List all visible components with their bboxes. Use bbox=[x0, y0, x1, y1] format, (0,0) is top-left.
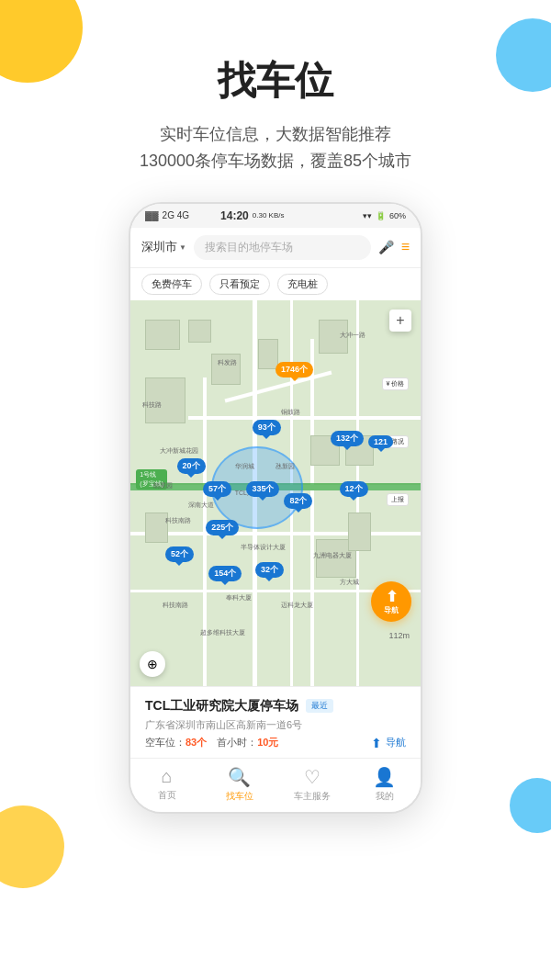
nav-btn-icon: ⬆ bbox=[371, 736, 382, 750]
tab-profile-label: 我的 bbox=[376, 790, 394, 803]
tab-parking[interactable]: 🔍 找车位 bbox=[203, 766, 276, 803]
mic-icon[interactable]: 🎤 bbox=[378, 240, 394, 254]
tab-bar: ⌂ 首页 🔍 找车位 ♡ 车主服务 👤 我的 bbox=[130, 758, 421, 812]
filter-charging[interactable]: 充电桩 bbox=[277, 274, 328, 295]
speed: 0.30 KB/s bbox=[253, 211, 285, 220]
map-label-11: 科技南路 bbox=[165, 516, 191, 525]
pin-335[interactable]: 335个 bbox=[246, 481, 279, 497]
pin-12[interactable]: 12个 bbox=[340, 481, 368, 497]
pin-82[interactable]: 82个 bbox=[284, 493, 312, 509]
map-label-7: 华润城 bbox=[235, 462, 254, 471]
status-left: ▓▓ 2G 4G 14:20 0.30 KB/s bbox=[145, 209, 284, 222]
distance-badge: 112m bbox=[388, 631, 410, 640]
battery-level: 60% bbox=[389, 211, 406, 220]
page-title: 找车位 bbox=[18, 55, 533, 107]
tab-home[interactable]: ⌂ 首页 bbox=[130, 766, 203, 803]
signal-icon: ▓▓ bbox=[145, 210, 159, 220]
map-label-17: 方大城 bbox=[340, 578, 359, 587]
city-selector[interactable]: 深圳市 ▼ bbox=[141, 239, 186, 255]
pin-bubble-121: 121 bbox=[368, 435, 393, 448]
map-label-16: 超多维科技大厦 bbox=[200, 628, 245, 637]
pin-bubble-82: 82个 bbox=[284, 493, 312, 509]
tab-profile[interactable]: 👤 我的 bbox=[348, 766, 421, 803]
parking-card: TCL工业研究院大厦停车场 最近 广东省深圳市南山区高新南一道6号 空车位：83… bbox=[130, 686, 421, 758]
map-label-12: 半导体设计大厦 bbox=[241, 543, 286, 552]
map-label-6: 朗景园 bbox=[153, 481, 173, 490]
road-h3 bbox=[130, 532, 421, 535]
status-bar: ▓▓ 2G 4G 14:20 0.30 KB/s ▾▾ 🔋 60% bbox=[130, 204, 421, 228]
parking-stats: 空车位：83个 首小时：10元 bbox=[145, 736, 279, 749]
phone-mockup: ▓▓ 2G 4G 14:20 0.30 KB/s ▾▾ 🔋 60% 深圳市 ▼ … bbox=[129, 202, 422, 814]
phone-wrapper: ▓▓ 2G 4G 14:20 0.30 KB/s ▾▾ 🔋 60% 深圳市 ▼ … bbox=[0, 193, 551, 814]
map-label-9: 氹新园 bbox=[276, 462, 295, 471]
search-input[interactable]: 搜索目的地停车场 bbox=[194, 235, 371, 260]
pin-121[interactable]: 121 bbox=[368, 435, 393, 448]
zoom-plus-button[interactable]: + bbox=[389, 310, 411, 332]
status-time: 14:20 bbox=[220, 209, 249, 222]
tab-home-icon: ⌂ bbox=[161, 766, 172, 787]
pin-bubble-20: 20个 bbox=[177, 458, 206, 474]
parking-name-row: TCL工业研究院大厦停车场 最近 bbox=[145, 698, 406, 715]
map-label-5: 大冲新城花园 bbox=[160, 446, 198, 456]
pin-1746[interactable]: 1746个 bbox=[276, 362, 313, 377]
nav-fab-label: 导航 bbox=[384, 605, 399, 615]
road-vertical-2 bbox=[310, 339, 314, 686]
tab-parking-label: 找车位 bbox=[226, 790, 253, 803]
wifi-icon: ▾▾ bbox=[363, 211, 372, 220]
pin-bubble-132: 132个 bbox=[331, 431, 364, 446]
parking-address: 广东省深圳市南山区高新南一道6号 bbox=[145, 718, 406, 732]
building-1 bbox=[145, 320, 180, 351]
map-area[interactable]: 1号线 (罗宝线) 大冲一路 科技路 科发路 铜鼓路 大冲新城花园 朗景园 华润… bbox=[130, 300, 421, 686]
tab-service-label: 车主服务 bbox=[294, 790, 331, 803]
parking-details: 空车位：83个 首小时：10元 ⬆ 导航 bbox=[145, 736, 406, 750]
pin-bubble-154: 154个 bbox=[208, 566, 242, 581]
nearest-badge: 最近 bbox=[306, 699, 333, 713]
search-bar: 深圳市 ▼ 搜索目的地停车场 🎤 ≡ bbox=[130, 228, 421, 268]
pin-52[interactable]: 52个 bbox=[165, 546, 194, 562]
tab-home-label: 首页 bbox=[158, 789, 176, 802]
pin-154[interactable]: 154个 bbox=[208, 566, 242, 581]
parking-name: TCL工业研究院大厦停车场 bbox=[145, 698, 298, 715]
filter-bar: 免费停车 只看预定 充电桩 bbox=[130, 268, 421, 300]
map-label-8: 深南大道 bbox=[188, 501, 214, 510]
pin-bubble-93: 93个 bbox=[253, 420, 281, 435]
map-label-2: 科技路 bbox=[142, 400, 162, 410]
pin-57[interactable]: 57个 bbox=[203, 481, 231, 497]
header-section: 找车位 实时车位信息，大数据智能推荐 130000条停车场数据，覆盖85个城市 bbox=[0, 0, 551, 193]
tab-parking-icon: 🔍 bbox=[228, 766, 251, 788]
pin-bubble-335: 335个 bbox=[246, 481, 279, 497]
price-tag[interactable]: ¥ 价格 bbox=[382, 377, 410, 390]
map-label-13: 九洲电器大厦 bbox=[313, 551, 352, 560]
battery-icon: 🔋 bbox=[376, 211, 386, 220]
nav-fab-button[interactable]: ⬆ 导航 bbox=[371, 581, 411, 622]
pin-225[interactable]: 225个 bbox=[206, 520, 239, 535]
map-label-15: 迈科龙大厦 bbox=[281, 601, 313, 610]
map-label-4: 铜鼓路 bbox=[281, 408, 300, 417]
network-type: 2G 4G bbox=[163, 210, 189, 220]
pin-bubble-57: 57个 bbox=[203, 481, 231, 497]
tab-service[interactable]: ♡ 车主服务 bbox=[276, 766, 348, 803]
location-button[interactable]: ⊕ bbox=[140, 651, 165, 677]
pin-32[interactable]: 32个 bbox=[255, 562, 284, 578]
pin-132[interactable]: 132个 bbox=[331, 431, 364, 446]
city-arrow-icon: ▼ bbox=[179, 243, 186, 252]
filter-free-parking[interactable]: 免费停车 bbox=[141, 274, 202, 295]
map-label-3: 科发路 bbox=[218, 358, 237, 367]
pin-bubble-12: 12个 bbox=[340, 481, 368, 497]
building-2 bbox=[188, 320, 211, 343]
status-right: ▾▾ 🔋 60% bbox=[363, 211, 406, 220]
road-horizontal-2 bbox=[188, 416, 421, 420]
report-tag[interactable]: 上报 bbox=[387, 493, 409, 506]
deco-circle-bottom-left bbox=[0, 805, 64, 888]
parking-nav-button[interactable]: ⬆ 导航 bbox=[371, 736, 406, 750]
map-label-14: 奉科大厦 bbox=[226, 593, 252, 603]
menu-icon[interactable]: ≡ bbox=[401, 239, 410, 255]
subtitle: 实时车位信息，大数据智能推荐 130000条停车场数据，覆盖85个城市 bbox=[18, 121, 533, 175]
map-label-1: 大冲一路 bbox=[340, 331, 365, 340]
pin-93[interactable]: 93个 bbox=[253, 420, 281, 435]
pin-bubble-1746: 1746个 bbox=[276, 362, 313, 377]
pin-bubble-32: 32个 bbox=[255, 562, 284, 578]
filter-reservation[interactable]: 只看预定 bbox=[209, 274, 270, 295]
pin-20[interactable]: 20个 bbox=[177, 458, 206, 474]
pin-bubble-225: 225个 bbox=[206, 520, 239, 535]
